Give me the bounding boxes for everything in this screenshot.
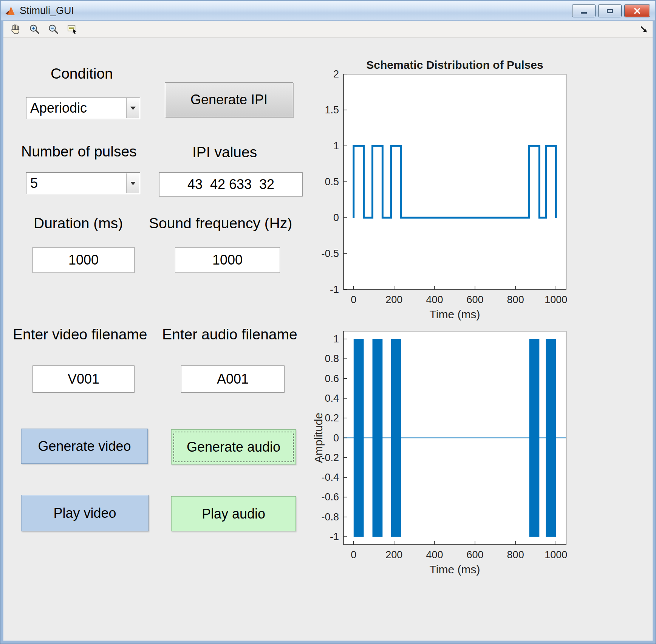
svg-text:600: 600 [467, 549, 484, 560]
play-video-button[interactable]: Play video [21, 495, 149, 531]
audio-waveform-chart: 0200400600800100010.80.60.40.20-0.2-0.4-… [313, 325, 581, 589]
sound-frequency-input[interactable] [175, 247, 280, 273]
svg-text:-0.6: -0.6 [321, 491, 339, 503]
ipi-values-label: IPI values [192, 144, 257, 161]
svg-text:800: 800 [507, 549, 524, 560]
num-pulses-label: Number of pulses [21, 143, 137, 160]
svg-text:1: 1 [333, 333, 339, 345]
svg-text:600: 600 [467, 294, 484, 305]
svg-text:0.8: 0.8 [325, 353, 339, 364]
condition-selected-value: Aperiodic [30, 100, 140, 116]
svg-text:0.2: 0.2 [325, 412, 339, 424]
svg-text:Amplitude: Amplitude [313, 413, 325, 463]
svg-text:-0.5: -0.5 [321, 248, 339, 259]
svg-text:0: 0 [333, 212, 339, 223]
svg-text:1.5: 1.5 [325, 104, 339, 116]
figure-toolbar [3, 21, 653, 38]
svg-text:1: 1 [333, 140, 339, 152]
maximize-icon [607, 9, 613, 13]
condition-dropdown[interactable]: Aperiodic [26, 97, 140, 119]
svg-text:1000: 1000 [545, 294, 567, 305]
svg-text:0: 0 [351, 549, 356, 560]
duration-input[interactable] [32, 247, 135, 273]
sound-frequency-label: Sound frequency (Hz) [149, 215, 292, 232]
pan-tool-icon[interactable] [9, 22, 22, 36]
condition-label: Condition [51, 65, 113, 82]
ipi-values-input[interactable] [159, 172, 303, 197]
svg-text:400: 400 [426, 549, 443, 560]
chevron-down-icon[interactable] [126, 173, 139, 193]
svg-text:800: 800 [507, 294, 524, 305]
svg-text:1000: 1000 [545, 549, 567, 560]
audio-filename-label: Enter audio filename [162, 326, 297, 343]
chevron-down-icon[interactable] [126, 98, 139, 118]
svg-text:Time (ms): Time (ms) [430, 563, 480, 576]
svg-text:200: 200 [385, 294, 402, 305]
data-cursor-icon[interactable] [65, 22, 79, 36]
zoom-out-icon[interactable] [46, 22, 60, 36]
generate-audio-button[interactable]: Generate audio [171, 429, 296, 464]
svg-text:-1: -1 [330, 531, 339, 542]
dropdown-arrow-icon [130, 107, 136, 110]
close-icon [633, 8, 642, 14]
svg-text:0.5: 0.5 [325, 176, 339, 187]
svg-text:400: 400 [426, 294, 443, 305]
video-filename-input[interactable] [32, 365, 135, 393]
minimize-icon [581, 12, 587, 14]
matlab-icon [5, 5, 16, 16]
zoom-in-icon[interactable] [28, 22, 41, 36]
play-audio-button[interactable]: Play audio [171, 496, 296, 531]
svg-text:-0.8: -0.8 [321, 511, 339, 523]
window-title: Stimuli_GUI [20, 5, 74, 17]
video-filename-label: Enter video filename [13, 326, 147, 343]
generate-video-button[interactable]: Generate video [21, 429, 148, 464]
svg-text:Schematic Distribution of Puls: Schematic Distribution of Pulses [366, 59, 543, 71]
window: Stimuli_GUI [0, 0, 656, 644]
pulse-schematic-chart: 0200400600800100021.510.50-0.5-1Schemati… [313, 56, 581, 325]
maximize-button[interactable] [598, 4, 622, 17]
titlebar[interactable]: Stimuli_GUI [1, 1, 655, 21]
close-button[interactable] [624, 4, 650, 17]
svg-text:-0.4: -0.4 [321, 472, 339, 483]
audio-filename-input[interactable] [181, 365, 285, 393]
svg-text:Time (ms): Time (ms) [430, 308, 480, 320]
minimize-button[interactable] [572, 4, 596, 17]
num-pulses-selected-value: 5 [30, 175, 140, 191]
svg-text:200: 200 [385, 549, 402, 560]
svg-text:0.4: 0.4 [325, 393, 339, 404]
toolbar-overflow-icon[interactable] [638, 24, 650, 35]
svg-text:0: 0 [351, 294, 356, 305]
svg-text:2: 2 [333, 68, 339, 80]
num-pulses-dropdown[interactable]: 5 [26, 172, 140, 194]
generate-ipi-button[interactable]: Generate IPI [165, 82, 293, 117]
svg-text:0: 0 [333, 432, 339, 444]
duration-label: Duration (ms) [34, 215, 123, 232]
svg-text:0.6: 0.6 [325, 373, 339, 384]
svg-text:-1: -1 [330, 284, 339, 295]
dropdown-arrow-icon [130, 182, 136, 185]
